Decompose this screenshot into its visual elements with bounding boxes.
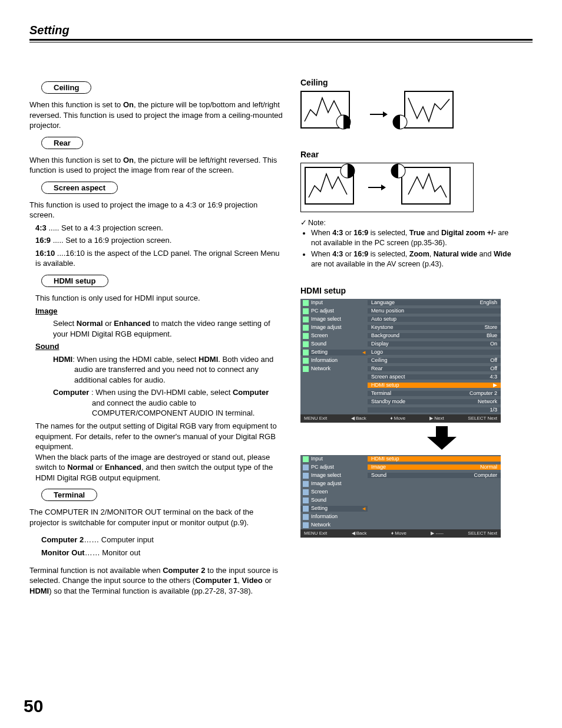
menu-right-value: 1/3 xyxy=(490,407,497,413)
menu-footer-item: ▶ Next xyxy=(429,416,444,421)
menu-right-label: Ceiling xyxy=(371,358,388,363)
hdmi-setup-heading: HDMI setup xyxy=(300,286,513,295)
aspect-item: 16:10 ....16:10 is the aspect of the LCD… xyxy=(35,248,283,269)
svg-rect-10 xyxy=(303,317,309,322)
menu-left-item: Image adjust xyxy=(311,325,342,330)
menu-right-value: Blue xyxy=(487,333,497,338)
menu-right-label: Display xyxy=(371,341,389,347)
menu-right-value: 4:3 xyxy=(490,374,497,380)
menu-footer-item: ▶ ----- xyxy=(431,531,444,536)
menu-left-item: Screen xyxy=(311,333,328,338)
svg-marker-2 xyxy=(383,111,388,117)
menu-row: SettingLogo xyxy=(300,348,501,357)
svg-rect-12 xyxy=(303,333,309,339)
menu-item-icon xyxy=(303,317,309,322)
hdmi-image-text: Select Normal or Enhanced to match the v… xyxy=(53,318,283,339)
svg-rect-21 xyxy=(303,481,309,487)
menu-row: Network xyxy=(300,521,501,529)
hdmi-sound-computer: Computer : When using the DVI-HDMI cable… xyxy=(53,387,283,419)
menu-left-item: Setting xyxy=(311,350,328,355)
menu-footer-item: SELECT Next xyxy=(468,531,497,536)
svg-rect-16 xyxy=(303,366,309,372)
menu-item-icon xyxy=(303,358,309,364)
menu-right-label: Logo xyxy=(371,350,383,355)
menu-row: Screen aspect4:3 xyxy=(300,373,501,381)
terminal-opt: Computer 2…… Computer input xyxy=(41,535,283,545)
menu-footer-item: ◀ Back xyxy=(352,531,367,536)
menu-right-label: HDMI setup xyxy=(371,383,399,388)
menu-row: NetworkRearOff xyxy=(300,365,501,373)
menu-right-value: Off xyxy=(490,358,497,363)
menu-left-item: Input xyxy=(311,300,323,305)
svg-rect-18 xyxy=(303,456,309,462)
menu-item-icon xyxy=(303,341,309,347)
menu-right-label: Sound xyxy=(371,473,386,478)
menu-right-label: Menu position xyxy=(371,308,404,314)
menu-footer: MENU Exit◀ Back♦ Move▶ NextSELECT Next xyxy=(300,414,501,423)
hdmi-image-label: Image xyxy=(35,306,283,317)
menu-right-label: Background xyxy=(371,333,399,338)
menu-row: InputLanguageEnglish xyxy=(300,299,501,307)
menu-row: 1/3 xyxy=(300,406,501,414)
menu-right-value: ▶ xyxy=(493,383,497,388)
hdmi-sound-label: Sound xyxy=(35,341,283,352)
menu-footer-item: ♦ Move xyxy=(390,416,405,421)
menu-right-value: Store xyxy=(484,325,497,330)
menu-left-item: PC adjust xyxy=(311,308,334,314)
menu-footer-item: ◀ Back xyxy=(351,416,366,421)
menu-item-icon xyxy=(303,333,309,339)
header-rule xyxy=(29,39,533,42)
menu-footer: MENU Exit◀ Back♦ Move▶ -----SELECT Next xyxy=(300,529,501,538)
note-item: When 4:3 or 16:9 is selected, True and D… xyxy=(311,228,513,248)
arrow-right-icon xyxy=(368,183,386,192)
menu-footer-item: MENU Exit xyxy=(304,416,327,421)
menu-right-label: Auto setup xyxy=(371,317,396,322)
menu-right-value: Normal xyxy=(480,465,497,470)
menu-row: SoundDisplayOn xyxy=(300,340,501,348)
terminal-note: Terminal function is not available when … xyxy=(29,565,283,597)
svg-marker-17 xyxy=(427,426,457,450)
svg-rect-24 xyxy=(303,506,309,512)
menu-left-item: Sound xyxy=(311,341,326,347)
terminal-opt: Monitor Out…… Monitor out xyxy=(41,548,283,558)
menu-row: Setting xyxy=(300,505,501,513)
menu-row: Image selectAuto setup xyxy=(300,315,501,324)
menu-footer-item: ♦ Move xyxy=(391,531,406,536)
svg-rect-8 xyxy=(303,300,309,306)
aspect-item: 4:3 ..... Set to a 4:3 projection screen… xyxy=(35,223,283,233)
rear-text: When this function is set to On, the pic… xyxy=(29,155,283,176)
menu-right-value: On xyxy=(490,341,497,347)
menu-right-label: Keystone xyxy=(371,325,394,330)
menu-row: PC adjustMenu position xyxy=(300,307,501,315)
svg-marker-6 xyxy=(381,185,386,190)
menu-screenshot-2: InputHDMI setupPC adjustImageNormalImage… xyxy=(300,455,501,538)
svg-rect-23 xyxy=(303,498,309,503)
menu-right-value: Network xyxy=(478,399,497,404)
menu-left-item: Network xyxy=(311,366,330,371)
ceiling-diagram xyxy=(300,91,513,138)
menu-right-value: Off xyxy=(490,366,497,371)
menu-item-icon xyxy=(303,308,309,314)
aspect-intro: This function is used to project the ima… xyxy=(29,200,283,220)
left-column: Ceiling When this function is set to On,… xyxy=(29,78,283,598)
terminal-intro: The COMPUTER IN 2/MONITOR OUT terminal o… xyxy=(29,507,283,528)
menu-row: Image adjustKeystoneStore xyxy=(300,324,501,332)
note-item: When 4:3 or 16:9 is selected, Zoom, Natu… xyxy=(311,249,513,269)
ceiling-heading: Ceiling xyxy=(300,78,513,87)
svg-rect-22 xyxy=(303,489,309,495)
menu-right-label: Screen aspect xyxy=(371,374,405,380)
page-title: Setting xyxy=(29,24,533,37)
menu-row: Standby modeNetwork xyxy=(300,398,501,406)
right-column: Ceiling Rear xyxy=(300,78,513,598)
rear-heading: Rear xyxy=(300,150,513,159)
rear-diagram xyxy=(300,163,474,212)
menu-row: HDMI setup▶ xyxy=(300,381,501,390)
section-terminal-label: Terminal xyxy=(41,489,97,501)
svg-rect-25 xyxy=(303,514,309,520)
svg-rect-19 xyxy=(303,465,309,470)
menu-row: TerminalComputer 2 xyxy=(300,390,501,398)
menu-footer-item: SELECT Next xyxy=(468,416,497,421)
menu-right-label: Rear xyxy=(371,366,383,371)
arrow-right-icon xyxy=(370,110,388,118)
menu-item-icon xyxy=(303,366,309,372)
